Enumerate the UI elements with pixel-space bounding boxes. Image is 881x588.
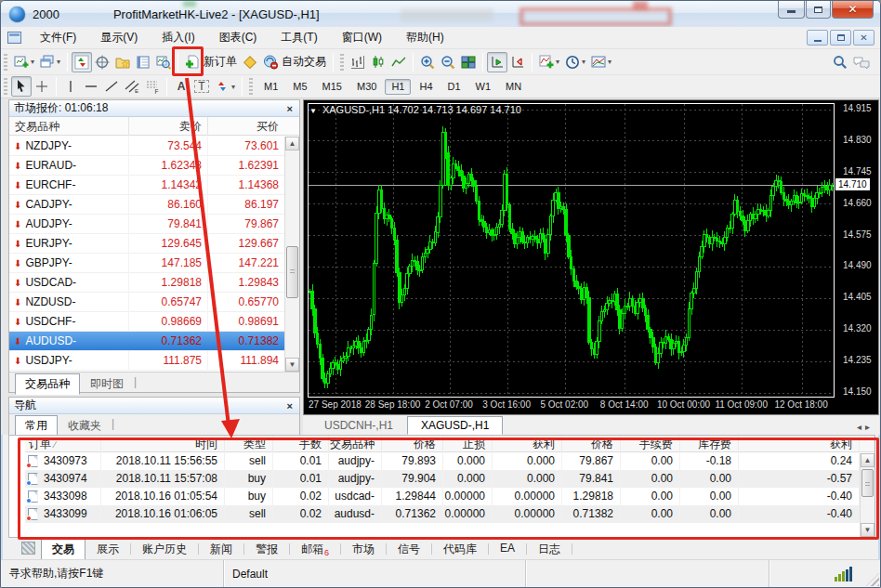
terminal-tab-10[interactable]: EA [489, 538, 526, 558]
terminal-tab-1[interactable]: 交易 [41, 538, 85, 561]
market-watch-scrollbar[interactable]: ▲ ▼ [284, 137, 299, 372]
text-label-tool-button[interactable]: T [191, 76, 212, 97]
market-watch-row[interactable]: ⬇EURAUD-1.623481.62391 [9, 156, 299, 176]
collapse-icon[interactable]: ▼ [309, 107, 317, 115]
order-row[interactable]: 34330982018.10.16 01:05:54buy0.02usdcad-… [25, 488, 874, 505]
menu-item-插入I[interactable]: 插入(I) [150, 27, 206, 48]
order-row[interactable]: 34309732018.10.11 15:56:55sell0.01audjpy… [25, 452, 874, 470]
timeframe-button-h1[interactable]: H1 [385, 79, 411, 95]
close-icon[interactable]: × [285, 400, 295, 412]
market-watch-column-header[interactable]: 卖价 [128, 117, 207, 136]
scrollbar-thumb[interactable] [861, 469, 874, 497]
chevron-down-icon[interactable]: ▾ [582, 58, 585, 66]
chevron-down-icon[interactable]: ▾ [608, 58, 611, 66]
restore-button[interactable] [806, 1, 831, 19]
terminal-tab-2[interactable]: 展示 [85, 538, 130, 561]
timeframe-button-m5[interactable]: M5 [286, 79, 313, 95]
zoom-out-button[interactable] [438, 52, 458, 72]
indicators-button[interactable]: ▾ [536, 52, 562, 72]
templates-button[interactable]: ▾ [588, 52, 614, 72]
child-minimize-button[interactable] [807, 30, 828, 46]
terminal-scrollbar[interactable]: ▲ ▼ [860, 453, 874, 537]
market-watch-row[interactable]: ⬇CADJPY-86.16086.197 [9, 195, 299, 215]
chat-button[interactable] [850, 52, 871, 72]
terminal-tab-7[interactable]: 市场 [341, 538, 386, 561]
channel-tool-button[interactable]: E [122, 76, 142, 97]
timeframe-button-d1[interactable]: D1 [441, 79, 467, 95]
market-watch-row[interactable]: ⬇GBPJPY-147.185147.221 [9, 254, 299, 273]
timeframe-button-m1[interactable]: M1 [257, 79, 284, 95]
scrollbar-thumb[interactable] [286, 246, 298, 298]
chevron-down-icon[interactable]: ▾ [231, 83, 235, 91]
menu-item-图表C[interactable]: 图表(C) [207, 27, 270, 48]
menu-item-工具T[interactable]: 工具(T) [269, 27, 329, 48]
resize-grip[interactable] [866, 573, 879, 586]
profiles-button[interactable]: ▾ [37, 52, 63, 72]
market-watch-row[interactable]: ⬇AUDUSD-0.713620.71382 [9, 332, 299, 351]
market-watch-row[interactable]: ⬇USDCAD-1.298181.29843 [9, 273, 299, 293]
close-button[interactable]: ✕ [832, 1, 874, 19]
minimize-button[interactable] [778, 1, 805, 19]
timeframe-button-mn[interactable]: MN [499, 79, 528, 95]
terminal-tab-5[interactable]: 警报 [244, 538, 289, 561]
status-profile[interactable]: Default [224, 560, 526, 587]
chart-plot[interactable] [308, 103, 835, 398]
close-icon[interactable]: × [285, 103, 295, 114]
horizontal-line-tool-button[interactable] [81, 76, 101, 97]
chart-tab-2[interactable]: XAGUSD-,H1 [407, 416, 503, 435]
orders-column-header[interactable]: 库存费 [680, 436, 739, 453]
new-order-button[interactable]: 新订单 [182, 52, 240, 72]
toolbar-grip[interactable] [4, 54, 7, 71]
vertical-line-tool-button[interactable] [60, 76, 81, 97]
terminal-tab-9[interactable]: 代码库 [432, 538, 488, 561]
terminal-tab-8[interactable]: 信号 [387, 538, 431, 561]
trendline-tool-button[interactable] [101, 76, 122, 97]
toolbar-grip[interactable] [340, 54, 344, 71]
menu-item-窗口W[interactable]: 窗口(W) [330, 27, 394, 48]
bar-chart-button[interactable] [348, 52, 368, 72]
data-window-button[interactable] [92, 52, 112, 72]
menu-item-文件F[interactable]: 文件(F) [28, 27, 88, 48]
market-watch-row[interactable]: ⬇NZDUSD-0.657470.65770 [9, 293, 299, 312]
market-watch-row[interactable]: ⬇USDCHF-0.986690.98691 [9, 312, 299, 332]
toolbar-grip[interactable] [249, 78, 253, 95]
chevron-down-icon[interactable]: ▾ [31, 58, 34, 66]
orders-column-header[interactable]: 手续费 [621, 436, 680, 453]
chevron-down-icon[interactable]: ▾ [556, 58, 559, 66]
search-button[interactable] [830, 52, 850, 72]
chart-window-icon[interactable] [7, 32, 21, 44]
market-watch-tab-1[interactable]: 交易品种 [15, 373, 80, 395]
child-restore-button[interactable] [830, 30, 851, 46]
scroll-up-icon[interactable]: ▲ [285, 137, 299, 150]
auto-scroll-button[interactable] [487, 52, 507, 72]
arrows-tool-button[interactable]: ▾ [212, 76, 238, 97]
candlestick-chart[interactable] [309, 104, 834, 397]
navigator-button[interactable] [112, 52, 133, 72]
chart-tab-1[interactable]: USDCNH-,H1 [310, 416, 407, 435]
dock-handle-icon[interactable] [21, 542, 35, 555]
terminal-tab-6[interactable]: 邮箱6 [290, 538, 340, 561]
line-chart-button[interactable] [388, 52, 409, 72]
orders-column-header[interactable]: 时间 [101, 436, 225, 453]
autotrading-button[interactable]: 自动交易 [260, 52, 329, 72]
navigator-tab-2[interactable]: 收藏夹 [58, 415, 112, 437]
market-watch-row[interactable]: ⬇USDJPY-111.875111.894 [9, 351, 299, 371]
orders-column-header[interactable]: 类型 [225, 436, 273, 453]
text-tool-button[interactable]: A [171, 76, 191, 97]
terminal-tab-4[interactable]: 新闻 [199, 538, 243, 561]
timeframe-button-m30[interactable]: M30 [350, 79, 383, 95]
orders-column-header[interactable]: 获利 [493, 436, 562, 453]
cursor-tool-button[interactable] [11, 76, 32, 97]
toolbar-grip[interactable] [4, 78, 7, 95]
tab-scroll-right-icon[interactable]: ▸ [865, 422, 874, 432]
orders-column-header[interactable]: 获利 [739, 436, 860, 453]
crosshair-tool-button[interactable] [32, 76, 52, 97]
menu-item-显示V[interactable]: 显示(V) [88, 27, 150, 48]
market-watch-row[interactable]: ⬇NZDJPY-73.54473.601 [9, 137, 299, 156]
scroll-down-icon[interactable]: ▼ [861, 523, 874, 537]
chevron-down-icon[interactable]: ▾ [57, 58, 60, 66]
market-watch-row[interactable]: ⬇AUDJPY-79.84179.867 [9, 215, 299, 234]
strategy-tester-button[interactable] [153, 52, 174, 72]
tile-windows-button[interactable] [458, 52, 479, 72]
new-chart-button[interactable]: ▾ [11, 52, 37, 72]
